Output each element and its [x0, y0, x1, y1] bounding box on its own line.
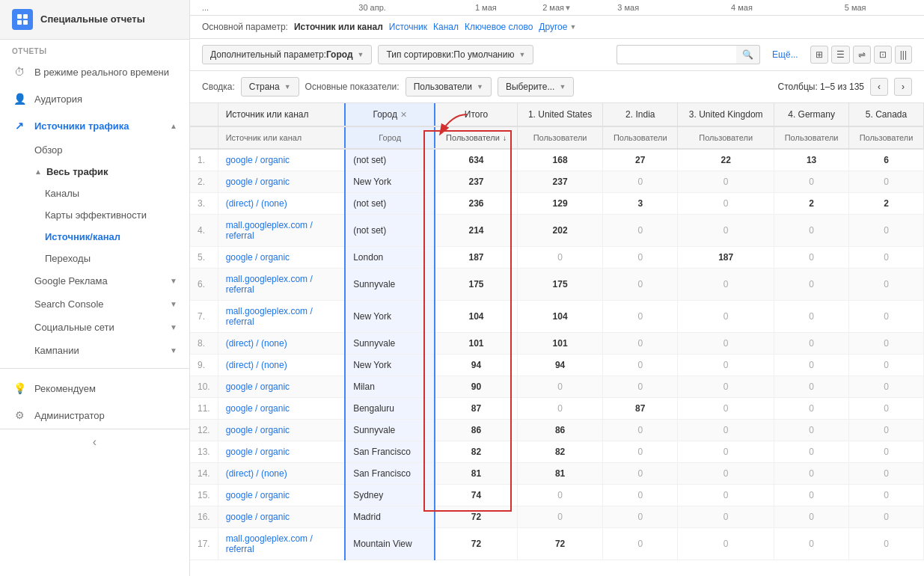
compare-icon[interactable]: ⇌ — [853, 46, 871, 64]
date-label-may1: 1 мая — [429, 3, 542, 12]
row-number: 1. — [190, 149, 218, 171]
sidebar-item-audience[interactable]: 👤 Аудитория — [0, 85, 189, 112]
pivot-icon[interactable]: ⊡ — [874, 46, 892, 64]
sidebar-item-google-ads[interactable]: Google Реклама ▼ — [0, 269, 189, 292]
sidebar-item-source-channel[interactable]: Источник/канал — [0, 226, 189, 248]
row-india: 27 — [603, 149, 678, 171]
additional-param-chevron: ▼ — [358, 51, 364, 58]
row-uk: 0 — [678, 215, 774, 247]
row-number: 5. — [190, 247, 218, 269]
source-sub-label: Источник или канал — [226, 133, 337, 142]
sidebar-item-search-console[interactable]: Search Console ▼ — [0, 292, 189, 316]
table-row: 3. (direct) / (none) (not set) 236 129 3… — [190, 193, 924, 215]
sidebar-item-traffic[interactable]: ↗ Источники трафика ▲ — [0, 112, 189, 139]
additional-param-value: Город — [326, 49, 353, 60]
row-canada: 0 — [849, 269, 924, 301]
row-source: mall.googleplex.com / referral — [218, 301, 345, 333]
sidebar-item-channels[interactable]: Каналы — [0, 183, 189, 204]
row-city: (not set) — [345, 215, 435, 247]
sidebar-collapse-button[interactable]: ‹ — [0, 429, 189, 455]
sidebar-item-audience-label: Аудитория — [34, 94, 82, 105]
table-row: 4. mall.googleplex.com / referral (not s… — [190, 215, 924, 247]
row-uk: 0 — [678, 171, 774, 193]
row-total: 82 — [435, 441, 517, 463]
filter-link-keyword[interactable]: Ключевое слово — [465, 22, 533, 32]
city-close-icon[interactable]: ✕ — [400, 110, 407, 120]
subheader-total-users: Пользователи ↓ — [435, 126, 517, 149]
sidebar-item-transitions[interactable]: Переходы — [0, 248, 189, 269]
sidebar-item-recommendations[interactable]: 💡 Рекомендуем — [0, 375, 189, 402]
row-number: 15. — [190, 485, 218, 506]
row-us: 0 — [517, 398, 603, 420]
row-india: 0 — [603, 528, 678, 560]
sidebar-item-admin[interactable]: ⚙ Администратор — [0, 402, 189, 429]
sidebar-item-all-traffic[interactable]: ▲ Весь трафик — [0, 161, 189, 183]
next-page-button[interactable]: › — [894, 78, 912, 96]
row-city: Bengaluru — [345, 398, 435, 420]
additional-param-dropdown[interactable]: Дополнительный параметр: Город ▼ — [202, 45, 372, 64]
col-header-us: 1. United States — [517, 103, 603, 126]
more-button[interactable]: Ещё... — [772, 49, 798, 60]
subheader-empty-1 — [190, 126, 218, 149]
row-total: 86 — [435, 420, 517, 441]
row-uk: 0 — [678, 441, 774, 463]
select-value: Выберите... — [506, 82, 554, 92]
row-city: Sunnyvale — [345, 269, 435, 301]
sidebar-item-overview[interactable]: Обзор — [0, 139, 189, 161]
grid-view-icon[interactable]: ⊞ — [810, 46, 828, 64]
search-input[interactable] — [616, 45, 736, 64]
row-number: 16. — [190, 506, 218, 528]
row-india: 0 — [603, 355, 678, 376]
sidebar-item-treemaps[interactable]: Карты эффективности — [0, 204, 189, 226]
sidebar-treemaps-label: Карты эффективности — [45, 209, 147, 221]
row-germany: 0 — [774, 247, 849, 269]
row-us: 94 — [517, 355, 603, 376]
sidebar-item-social[interactable]: Социальные сети ▼ — [0, 316, 189, 339]
sidebar-title: Специальные отчеты — [40, 13, 145, 26]
row-total: 236 — [435, 193, 517, 215]
filter-main-label: Основной параметр: — [202, 22, 288, 32]
sidebar-all-traffic-label: Весь трафик — [46, 166, 108, 177]
row-city: (not set) — [345, 149, 435, 171]
select-dropdown[interactable]: Выберите... ▼ — [498, 77, 574, 96]
row-germany: 0 — [774, 301, 849, 333]
sidebar-item-realtime[interactable]: ⏱ В режиме реального времени — [0, 58, 189, 85]
metrics-dropdown[interactable]: Пользователи ▼ — [406, 77, 492, 96]
country-dropdown[interactable]: Страна ▼ — [241, 77, 299, 96]
filter-active-source-channel[interactable]: Источник или канал — [294, 22, 383, 32]
sort-arrow: ↓ — [503, 134, 507, 142]
city-col-label: Город — [373, 109, 397, 120]
row-us: 81 — [517, 463, 603, 485]
sidebar-item-campaigns[interactable]: Кампании ▼ — [0, 339, 189, 362]
sort-type-dropdown[interactable]: Тип сортировки: По умолчанию ▼ — [378, 45, 533, 64]
row-germany: 0 — [774, 171, 849, 193]
uk-col-label: 3. United Kingdom — [685, 109, 766, 120]
search-console-chevron: ▼ — [170, 300, 177, 308]
row-canada: 2 — [849, 193, 924, 215]
list-view-icon[interactable]: ☰ — [831, 46, 850, 64]
chart-icon[interactable]: ||| — [895, 46, 912, 64]
row-source: mall.googleplex.com / referral — [218, 269, 345, 301]
svg-rect-2 — [17, 20, 22, 25]
sidebar-transitions-label: Переходы — [45, 253, 91, 264]
table-row: 1. google / organic (not set) 634 168 27… — [190, 149, 924, 171]
subheader-uk-users: Пользователи — [678, 126, 774, 149]
bulb-icon: 💡 — [12, 381, 27, 396]
us-col-label: 1. United States — [525, 109, 596, 120]
prev-page-button[interactable]: ‹ — [870, 78, 888, 96]
row-total: 634 — [435, 149, 517, 171]
select-chevron: ▼ — [559, 83, 566, 91]
row-uk: 0 — [678, 463, 774, 485]
search-button[interactable]: 🔍 — [736, 45, 760, 64]
table-row: 17. mall.googleplex.com / referral Mount… — [190, 528, 924, 560]
filter-link-channel[interactable]: Канал — [433, 22, 459, 32]
filter-bar: Основной параметр: Источник или канал Ис… — [190, 16, 924, 39]
filter-other-dropdown[interactable]: Другое ▼ — [539, 22, 576, 32]
row-us: 82 — [517, 441, 603, 463]
search-icon: 🔍 — [742, 49, 753, 60]
row-number: 7. — [190, 301, 218, 333]
person-icon: 👤 — [12, 91, 27, 106]
filter-link-source[interactable]: Источник — [389, 22, 427, 32]
city-sub-label: Город — [353, 133, 426, 142]
row-india: 3 — [603, 193, 678, 215]
